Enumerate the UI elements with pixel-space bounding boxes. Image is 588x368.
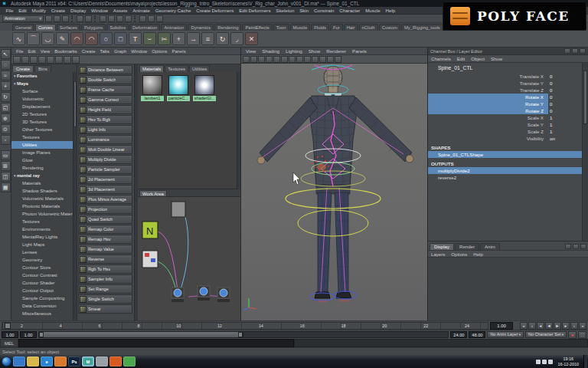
utility-node[interactable] [172,288,184,302]
hypershade-menu-item[interactable]: Tabs [97,49,111,54]
create-node-button[interactable]: Luminance [78,135,132,144]
create-node-button[interactable]: Reverse [78,255,132,264]
create-node-button[interactable]: Remap Hsv [78,235,132,244]
show-both-panels-icon[interactable] [72,56,80,64]
channel-value[interactable]: 1 [548,115,582,120]
tree-item[interactable]: Maya [11,80,73,87]
shape-node-name[interactable]: Spine_01_CTLShape [428,151,582,158]
resolution-gate-icon[interactable] [312,56,318,63]
layer-editor-menu-item[interactable]: Layers [428,251,448,257]
tree-item[interactable]: Data Conversion [11,302,73,310]
shelf-tab[interactable]: Subdivs [106,24,129,31]
show-top-tabs-only-icon[interactable] [55,56,63,64]
shelf-tab[interactable]: Fur [330,24,343,31]
create-node-button[interactable]: Light Info [78,125,132,134]
channel-value[interactable]: on [548,136,582,141]
channel-name[interactable]: Scale Y [428,121,548,128]
tree-item[interactable]: Contour Shader [11,279,73,287]
create-node-button[interactable]: Multiply Divide [78,155,132,164]
create-node-button[interactable]: 3d Placement [78,185,132,194]
tree-item[interactable]: Contour Contrast [11,271,73,279]
tree-item[interactable]: Environments [11,225,73,233]
create-node-button[interactable]: Projection [78,205,132,214]
channel-row[interactable]: Visibility on [428,135,582,142]
create-node-button[interactable]: Particle Sampler [78,165,132,174]
tree-item[interactable]: Other Textures [11,126,73,133]
channel-row[interactable]: Translate Z 0 [428,87,582,94]
show-manipulator-icon[interactable]: ⊙ [1,124,11,134]
hypershade-tab[interactable]: Textures [165,65,188,72]
channel-name[interactable]: Translate Y [428,80,548,87]
show-both-icon[interactable] [580,48,586,54]
channel-row[interactable]: Translate Y 0 [428,80,582,87]
shelf-tab[interactable]: Deformation [129,24,160,31]
step-back-frame-button[interactable]: ‹ [528,322,536,330]
explorer-icon[interactable] [27,356,39,366]
tree-scrollbar[interactable] [73,72,77,320]
menu-item[interactable]: Skeleton [273,7,297,15]
create-node-button[interactable]: Remap Color [78,225,132,234]
channel-value[interactable]: 0 [548,101,582,107]
channel-name[interactable]: Rotate Z [428,107,548,114]
tree-item[interactable]: MentalRay Lights [11,233,73,241]
work-area-graph[interactable]: N [138,197,240,320]
channel-name[interactable]: Scale Z [428,128,548,135]
viewport-menu-item[interactable]: Show [305,48,323,54]
playback-end-field[interactable]: 24.00 [450,331,467,338]
auto-keyframe-button[interactable]: ● [568,331,577,339]
hypershade-menu-item[interactable]: Window [129,49,149,54]
firefox-icon[interactable] [54,356,67,366]
create-node-button[interactable]: Frame Cache [78,85,132,94]
channel-name[interactable]: Translate X [428,73,548,80]
channel-row[interactable]: Translate X 0 [428,73,582,80]
paint-select-tool-icon[interactable]: ≈ [1,71,11,80]
hypershade-menu-item[interactable]: Options [149,49,169,54]
menu-item[interactable]: Edit Deformers [237,7,273,15]
create-node-button[interactable]: 2d Placement [78,175,132,184]
shelf-tab[interactable]: General [12,24,34,31]
create-node-button[interactable]: Mult Double Linear [78,145,132,154]
grid-icon[interactable] [296,56,303,63]
tree-item[interactable]: Textures [11,133,73,141]
create-node-button[interactable]: Remap Value [78,245,132,254]
swatch-scrollbar[interactable] [237,72,240,189]
tree-item[interactable]: Photonic Materials [11,202,73,210]
channel-name[interactable]: Scale X [428,114,548,121]
scale-tool-icon[interactable]: ◱ [1,103,11,113]
render-view-icon[interactable] [139,15,146,22]
create-node-button[interactable]: Quad Switch [78,215,132,224]
rebuild-curve-icon[interactable]: ↻ [216,32,229,45]
hypershade-menu-item[interactable]: File [14,49,26,54]
material-swatch[interactable] [194,75,214,95]
tree-item[interactable]: mental ray [11,172,73,179]
usb-icon[interactable] [536,360,541,364]
channel-box-menu-item[interactable]: Object [468,56,488,61]
material-swatch-cell[interactable]: shaderGl... [193,75,216,101]
go-to-start-button[interactable]: « [520,322,528,330]
viewport-menu-item[interactable]: Panels [349,48,370,54]
tree-item[interactable]: Displacement [11,103,73,110]
shelf-tab[interactable]: nCloth [359,24,378,31]
character-scene[interactable] [241,64,427,320]
range-slider[interactable] [38,331,449,338]
layer-editor-tab[interactable]: Display [430,243,454,251]
channel-name[interactable]: Visibility [428,135,548,142]
bookmark-icon[interactable] [266,56,273,63]
create-node-button[interactable]: Height Field [78,105,132,114]
shelf-tab[interactable]: Fluids [311,24,329,31]
menu-item[interactable]: Create [48,7,67,15]
ipr-render-icon[interactable] [148,15,155,22]
time-slider[interactable]: 24681012141618202224 [2,322,488,330]
render-settings-icon[interactable] [156,15,163,22]
forward-icon[interactable] [21,56,29,64]
create-node-button[interactable]: Smear [78,304,132,314]
insert-knot-icon[interactable]: + [172,32,185,45]
open-scene-icon[interactable] [54,15,60,22]
hypershade-menu-item[interactable]: Bookmarks [52,49,79,54]
input-output-connections-icon[interactable] [47,56,54,64]
character-set-dropdown[interactable]: No Character Set [525,331,567,338]
bezier-curve-tool-icon[interactable]: ◡ [41,32,54,45]
selected-object-name[interactable]: Spine_01_CTL [428,63,582,73]
redo-icon[interactable] [85,15,92,22]
separator-handle[interactable] [94,15,97,22]
